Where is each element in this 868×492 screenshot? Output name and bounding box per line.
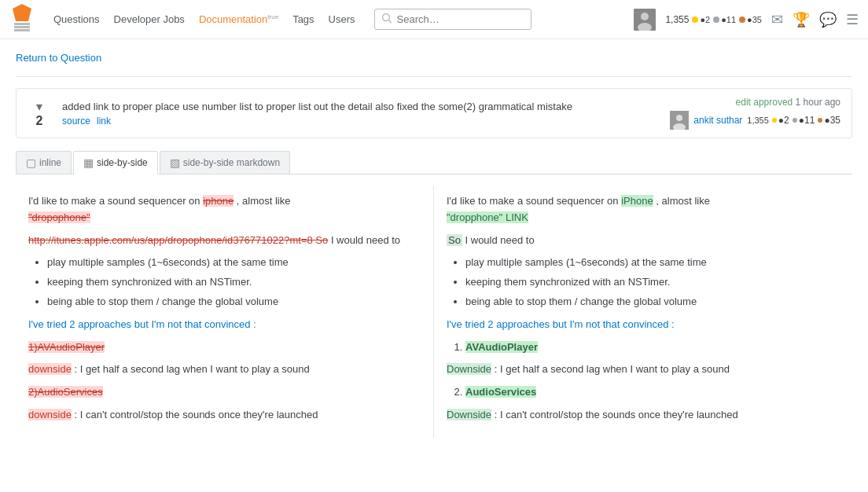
gold-badge: ●2	[692, 15, 710, 24]
nav-developer-jobs[interactable]: Developer Jobs	[108, 9, 191, 30]
left-heading1: 1)AVAudioPlayer	[28, 340, 421, 356]
editor-name[interactable]: ankit suthar	[693, 115, 742, 126]
right-so-intro: So I would need to	[447, 233, 840, 249]
right-heading1: AVAudioPlayer	[465, 340, 840, 356]
vote-arrow: ▾	[36, 99, 42, 114]
left-dropophone-removed: "dropophone"	[28, 211, 90, 223]
inbox-icon[interactable]: ✉	[771, 11, 783, 28]
left-url-removed: http://itunes.apple.com/us/app/dropophon…	[28, 233, 421, 249]
left-heading2-removed: 2)AudioServices	[28, 386, 103, 398]
svg-rect-1	[14, 29, 30, 31]
left-iphone-removed: iphone	[203, 195, 234, 207]
nav-tags[interactable]: Tags	[286, 9, 320, 30]
editor-bronze-badge: ●35	[818, 115, 840, 126]
side-by-side-icon: ▦	[83, 156, 94, 169]
trophy-icon[interactable]: 🏆	[793, 11, 810, 28]
right-downside2-label: Downside	[447, 409, 491, 420]
nav-documentation[interactable]: Documentationtrue	[193, 9, 285, 30]
vote-count: 2	[36, 114, 43, 128]
right-downside1-label: Downside	[447, 363, 491, 375]
search-box[interactable]	[374, 9, 531, 30]
markdown-icon: ▧	[170, 156, 180, 169]
left-heading2: 2)AudioServices	[28, 384, 421, 401]
editor-silver-badge: ●11	[793, 115, 815, 126]
svg-line-6	[388, 20, 392, 24]
list-item: play multiple samples (1~6seconds) at th…	[47, 255, 421, 271]
right-iphone-added: iPhone	[621, 195, 653, 207]
edit-links: source link	[62, 116, 659, 127]
diff-content: I'd like to make a sound sequencer on ip…	[16, 185, 852, 438]
tab-inline[interactable]: ▢ inline	[16, 151, 72, 174]
search-input[interactable]	[397, 13, 524, 25]
silver-badge: ●11	[713, 15, 736, 24]
link-link[interactable]: link	[97, 116, 111, 127]
left-intro: I'd like to make a sound sequencer on ip…	[28, 193, 421, 226]
left-downside1: downside : I get half a second lag when …	[28, 362, 421, 378]
main-nav: Questions Developer Jobs Documentationtr…	[47, 9, 362, 30]
return-to-question-link[interactable]: Return to Question	[16, 52, 101, 64]
list-item: being able to stop them / change the glo…	[47, 294, 421, 310]
left-tried: I've tried 2 approaches but I'm not that…	[28, 317, 421, 333]
nav-users[interactable]: Users	[322, 9, 362, 30]
right-intro: I'd like to make a sound sequencer on iP…	[447, 193, 840, 226]
bronze-badge: ●35	[739, 15, 762, 24]
left-bullets: play multiple samples (1~6seconds) at th…	[47, 255, 421, 310]
right-ordered-list2: AudioServices	[465, 384, 840, 401]
inline-icon: ▢	[26, 156, 36, 169]
site-header: Questions Developer Jobs Documentationtr…	[0, 0, 868, 39]
menu-icon[interactable]: ☰	[846, 11, 859, 28]
left-downside2-label: downside	[28, 409, 72, 420]
user-reputation: 1,355 ●2 ●11 ●35	[665, 14, 762, 25]
right-heading1-added: AVAudioPlayer	[465, 341, 538, 353]
editor-gold-badge: ●2	[772, 115, 789, 126]
right-heading2: AudioServices	[465, 384, 840, 401]
right-ordered-list: AVAudioPlayer	[465, 340, 840, 356]
right-bullets: play multiple samples (1~6seconds) at th…	[465, 255, 840, 310]
tab-side-by-side[interactable]: ▦ side-by-side	[73, 151, 158, 174]
right-dropphone-added: "dropphone" LINK	[447, 211, 528, 223]
source-link[interactable]: source	[62, 116, 90, 127]
left-downside2: downside : I can't control/stop the soun…	[28, 407, 421, 424]
header-right: 1,355 ●2 ●11 ●35 ✉ 🏆 💬 ☰	[634, 9, 859, 31]
editor-rep: 1,355 ●2 ●11 ●35	[747, 115, 840, 126]
svg-rect-0	[14, 26, 30, 28]
main-content: Return to Question ▾ 2 added link to pro…	[0, 39, 868, 450]
site-logo[interactable]	[9, 4, 35, 35]
svg-point-5	[382, 14, 389, 21]
editor-info: ankit suthar 1,355 ●2 ●11 ●35	[670, 111, 840, 130]
edit-row: ▾ 2 added link to proper place use numbe…	[16, 88, 852, 138]
svg-point-11	[676, 115, 682, 121]
edit-description: added link to proper place use number li…	[62, 101, 659, 127]
right-so-added: So	[447, 234, 462, 246]
vote-indicator: ▾ 2	[28, 99, 51, 128]
edit-time: 1 hour ago	[796, 97, 840, 108]
edit-status-time: edit approved 1 hour ago	[670, 97, 840, 108]
avatar[interactable]	[634, 9, 656, 31]
list-item: being able to stop them / change the glo…	[465, 294, 840, 310]
left-heading1-removed: 1)AVAudioPlayer	[28, 341, 105, 353]
svg-point-8	[641, 13, 649, 20]
right-downside1: Downside : I get half a second lag when …	[447, 362, 840, 378]
search-icon	[381, 13, 392, 26]
list-item: keeping them synchronized with an NSTime…	[47, 274, 421, 291]
edit-status: edit approved	[736, 97, 793, 108]
diff-tabs: ▢ inline ▦ side-by-side ▧ side-by-side m…	[16, 151, 852, 174]
nav-questions[interactable]: Questions	[47, 9, 106, 30]
tab-side-by-side-markdown[interactable]: ▧ side-by-side markdown	[160, 151, 290, 174]
list-item: keeping them synchronized with an NSTime…	[465, 274, 840, 291]
right-tried: I've tried 2 approaches but I'm not that…	[447, 317, 840, 333]
left-downside1-label: downside	[28, 363, 72, 375]
left-panel: I'd like to make a sound sequencer on ip…	[16, 185, 434, 438]
svg-rect-2	[14, 23, 30, 25]
left-url-link: http://itunes.apple.com/us/app/dropophon…	[28, 234, 328, 246]
edit-desc-text: added link to proper place use number li…	[62, 101, 659, 112]
right-heading2-added: AudioServices	[465, 386, 536, 398]
editor-avatar	[670, 111, 689, 130]
list-item: play multiple samples (1~6seconds) at th…	[465, 255, 840, 271]
right-panel: I'd like to make a sound sequencer on iP…	[434, 185, 852, 438]
edit-meta: edit approved 1 hour ago ankit suthar 1,…	[670, 97, 840, 130]
right-downside2: Downside : I can't control/stop the soun…	[447, 407, 840, 424]
chat-icon[interactable]: 💬	[819, 11, 837, 28]
